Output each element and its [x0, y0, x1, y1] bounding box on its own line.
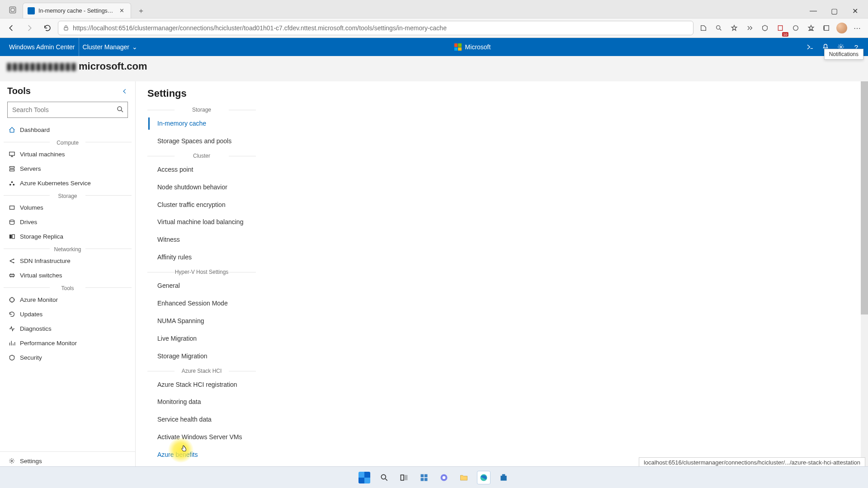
svg-point-15	[13, 183, 14, 185]
volumes-icon	[8, 204, 15, 211]
sidebar-item-label: Virtual switches	[20, 272, 62, 279]
address-bar[interactable]: https://localhost:6516/clustermanager/co…	[58, 21, 693, 35]
svg-point-22	[13, 262, 14, 263]
sidebar-item-label: Azure Kubernetes Service	[20, 180, 91, 187]
settings-nav-item[interactable]: Azure Stack HCI registration	[147, 376, 260, 394]
sidebar-item-aks[interactable]: Azure Kubernetes Service	[0, 176, 135, 190]
task-view-button[interactable]	[397, 471, 411, 484]
tools-search-input[interactable]	[7, 102, 128, 118]
wac-home-link[interactable]: Windows Admin Center	[5, 38, 79, 56]
settings-nav-item[interactable]: Activate Windows Server VMs	[147, 428, 260, 446]
settings-nav-item[interactable]: Enhanced Session Mode	[147, 295, 260, 312]
taskbar-chat-button[interactable]	[437, 471, 451, 484]
settings-nav-item[interactable]: Virtual machine load balancing	[147, 213, 260, 231]
svg-point-26	[381, 474, 386, 479]
ms-brand: Microsoft	[454, 43, 491, 51]
svg-point-21	[13, 258, 14, 260]
gear-icon	[8, 457, 15, 465]
svg-point-17	[9, 220, 14, 221]
taskbar-edge-button[interactable]	[477, 471, 491, 484]
settings-navigation: StorageIn-memory cacheStorage Spaces and…	[147, 107, 260, 464]
virtual-machines-icon	[8, 150, 15, 158]
extension-button[interactable]	[788, 20, 803, 36]
svg-rect-7	[823, 26, 825, 30]
start-button[interactable]	[358, 471, 371, 484]
sidebar-item-label: Storage Replica	[20, 233, 63, 240]
sidebar-item-diagnostics[interactable]: Diagnostics	[0, 321, 135, 336]
url-text: https://localhost:6516/clustermanager/co…	[73, 24, 447, 32]
settings-nav-item[interactable]: Monitoring data	[147, 393, 260, 411]
sidebar-item-sdn[interactable]: SDN Infrastructure	[0, 253, 135, 268]
taskbar-search-button[interactable]	[377, 471, 391, 484]
sidebar-item-servers[interactable]: Servers	[0, 161, 135, 176]
sidebar-item-volumes[interactable]: Volumes	[0, 200, 135, 215]
settings-nav-item[interactable]: Witness	[147, 231, 260, 249]
sidebar-item-perfmon[interactable]: Performance Monitor	[0, 336, 135, 350]
taskbar-store-button[interactable]	[497, 471, 510, 484]
settings-nav-item[interactable]: Affinity rules	[147, 249, 260, 266]
sidebar-collapse-button[interactable]	[122, 88, 128, 94]
browser-tab[interactable]: In-memory cache - Settings - Clu ✕	[23, 3, 131, 18]
wac-context-label: Cluster Manager	[83, 43, 130, 51]
content-scrollbar[interactable]	[861, 81, 868, 470]
cluster-hostname: ▮▮▮▮▮▮▮▮▮▮▮▮microsoft.com	[0, 56, 868, 75]
settings-nav-item[interactable]: Service health data	[147, 411, 260, 428]
zoom-button[interactable]	[712, 20, 726, 36]
sidebar-item-azure-monitor[interactable]: Azure Monitor	[0, 292, 135, 307]
history-button[interactable]	[819, 20, 834, 36]
svg-rect-36	[500, 475, 506, 480]
notifications-tooltip: Notifications	[824, 49, 863, 60]
settings-nav-item[interactable]: Azure benefits	[147, 446, 260, 464]
chevron-down-icon: ⌄	[132, 43, 137, 51]
downloads-button[interactable]	[773, 20, 788, 36]
tab-actions-button[interactable]	[3, 2, 23, 18]
sidebar-item-dashboard[interactable]: Dashboard	[0, 122, 135, 137]
extensions-overflow-button[interactable]	[742, 20, 757, 36]
sidebar-item-updates[interactable]: Updates	[0, 307, 135, 321]
svg-rect-27	[401, 475, 404, 480]
settings-nav-item[interactable]: NUMA Spanning	[147, 312, 260, 330]
nav-back-button[interactable]	[4, 20, 19, 36]
settings-nav-item[interactable]: Storage Spaces and pools	[147, 132, 260, 150]
settings-nav-item[interactable]: In-memory cache	[147, 115, 260, 132]
tab-close-button[interactable]: ✕	[118, 7, 125, 14]
svg-rect-11	[9, 166, 14, 168]
sidebar-item-label: Diagnostics	[20, 325, 52, 332]
window-minimize-button[interactable]: —	[803, 4, 824, 18]
settings-section-label: Storage	[147, 107, 256, 113]
taskbar-explorer-button[interactable]	[457, 471, 471, 484]
sidebar-item-storage-replica[interactable]: Storage Replica	[0, 229, 135, 244]
svg-point-34	[443, 476, 446, 479]
nav-forward-button[interactable]	[22, 20, 37, 36]
sidebar-item-label: Drives	[20, 219, 37, 225]
powershell-button[interactable]	[804, 41, 816, 53]
new-tab-button[interactable]: ＋	[134, 4, 148, 18]
sidebar-group-label: Compute	[0, 137, 135, 147]
sidebar-item-virtual-machines[interactable]: Virtual machines	[0, 147, 135, 161]
wac-header: Windows Admin Center Cluster Manager ⌄ M…	[0, 38, 868, 56]
window-maximize-button[interactable]: ▢	[824, 4, 844, 18]
collections-button[interactable]	[758, 20, 772, 36]
sidebar-item-security[interactable]: Security	[0, 350, 135, 365]
settings-nav-item[interactable]: Node shutdown behavior	[147, 178, 260, 196]
settings-nav-item[interactable]: Cluster traffic encryption	[147, 196, 260, 214]
settings-nav-item[interactable]: Live Migration	[147, 330, 260, 347]
sidebar-item-label: Azure Monitor	[20, 296, 58, 303]
diagnostics-icon	[8, 325, 15, 332]
nav-refresh-button[interactable]	[40, 20, 55, 36]
svg-rect-16	[9, 206, 14, 209]
sidebar-item-drives[interactable]: Drives	[0, 215, 135, 229]
browser-chrome: In-memory cache - Settings - Clu ✕ ＋ — ▢…	[0, 0, 868, 38]
profile-button[interactable]	[835, 20, 849, 36]
settings-nav-item[interactable]: Access point	[147, 161, 260, 178]
window-close-button[interactable]: ✕	[844, 4, 865, 18]
favorite-button[interactable]	[727, 20, 741, 36]
browser-menu-button[interactable]: ⋯	[850, 20, 864, 36]
sidebar-item-vswitches[interactable]: Virtual switches	[0, 268, 135, 282]
settings-nav-item[interactable]: General	[147, 277, 260, 295]
taskbar-widgets-button[interactable]	[417, 471, 431, 484]
settings-nav-item[interactable]: Storage Migration	[147, 347, 260, 365]
wac-context-dropdown[interactable]: Cluster Manager ⌄	[79, 38, 142, 56]
read-aloud-button[interactable]	[696, 20, 711, 36]
favorites-bar-button[interactable]	[804, 20, 818, 36]
